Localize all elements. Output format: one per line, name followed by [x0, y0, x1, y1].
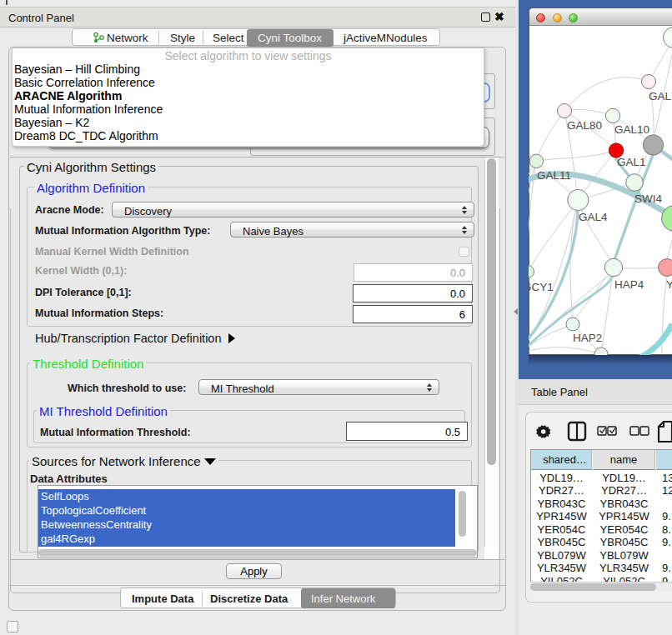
- svg-text:GAL1: GAL1: [617, 156, 646, 168]
- svg-text:GAL80: GAL80: [567, 119, 602, 132]
- svg-text:SWI4: SWI4: [634, 192, 662, 205]
- svg-text:Y: Y: [666, 278, 672, 291]
- svg-text:GAL11: GAL11: [537, 169, 571, 182]
- svg-text:GCY1: GCY1: [529, 281, 554, 293]
- svg-text:GAL10: GAL10: [614, 123, 649, 136]
- svg-text:GAL7: GAL7: [649, 90, 672, 102]
- svg-text:HAP2: HAP2: [573, 332, 602, 344]
- svg-text:HAP4: HAP4: [614, 278, 644, 291]
- svg-text:GAL4: GAL4: [579, 211, 608, 223]
